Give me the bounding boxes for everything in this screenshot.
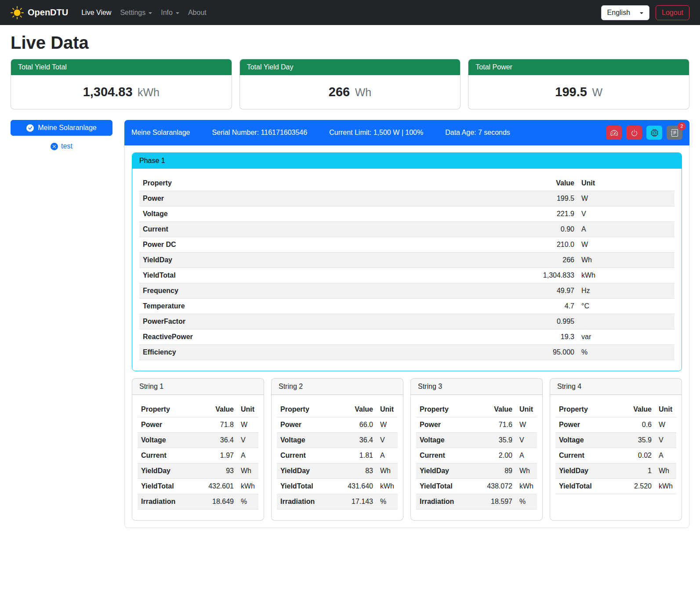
unit-cell: Wh: [237, 463, 258, 479]
value-column-header: Value: [402, 176, 578, 191]
unit-cell: %: [578, 345, 675, 360]
property-cell: YieldDay: [277, 463, 333, 479]
card-body: 266 Wh: [240, 75, 461, 109]
event-log-button[interactable]: 2: [667, 126, 682, 140]
brand-label: OpenDTU: [28, 7, 68, 18]
table-row: Power DC 210.0 W: [139, 237, 675, 253]
unit-cell: A: [516, 448, 537, 463]
table-row: YieldDay 89 Wh: [416, 463, 537, 479]
nav-settings[interactable]: Settings: [116, 5, 156, 20]
table-row: Current 1.97 A: [138, 448, 258, 463]
nav-about[interactable]: About: [184, 5, 211, 20]
value-cell: 35.9: [617, 433, 655, 448]
string-card-header: String 3: [411, 379, 542, 395]
string-card-header: String 2: [272, 379, 403, 395]
property-cell: Irradiation: [277, 494, 333, 510]
unit-cell: W: [655, 417, 676, 433]
value-cell: 221.9: [402, 206, 578, 222]
unit-cell: W: [377, 417, 398, 433]
navbar-right: English Logout: [601, 5, 689, 20]
string-card-body: Property Value Unit Power 71.6: [411, 395, 542, 520]
value-cell: 1,304.833: [402, 268, 578, 283]
string-4-card: String 4 Property Value Unit: [550, 378, 682, 521]
string-3-card: String 3 Property Value Unit: [410, 378, 543, 521]
total-power-card: Total Power 199.5 W: [468, 59, 689, 109]
unit-cell: %: [377, 494, 398, 510]
nav-live-view[interactable]: Live View: [77, 5, 116, 20]
string-4-table: Property Value Unit Power 0.6: [555, 402, 676, 494]
sun-icon: [11, 6, 24, 19]
unit-cell: V: [237, 433, 258, 448]
value-cell: 36.4: [193, 433, 237, 448]
journal-icon: [671, 129, 678, 137]
logout-button[interactable]: Logout: [656, 5, 689, 20]
brand[interactable]: OpenDTU: [11, 6, 68, 19]
inverter-serial: Serial Number: 116171603546: [212, 129, 307, 137]
sidebar-item-test[interactable]: test: [11, 142, 112, 150]
table-row: Power 71.6 W: [416, 417, 537, 433]
table-row: Power 199.5 W: [139, 191, 675, 206]
property-cell: Irradiation: [138, 494, 193, 510]
unit-cell: var: [578, 329, 675, 345]
property-cell: Current: [139, 222, 402, 237]
property-cell: Voltage: [416, 433, 472, 448]
unit-cell: %: [237, 494, 258, 510]
value-cell: 2.520: [617, 479, 655, 494]
language-select[interactable]: English: [601, 5, 649, 20]
power-icon: [631, 129, 638, 137]
value-cell: 35.9: [472, 433, 516, 448]
value-cell: 1.97: [193, 448, 237, 463]
unit-cell: W: [578, 237, 675, 253]
nav-info[interactable]: Info: [156, 5, 184, 20]
card-body: 1,304.83 kWh: [11, 75, 232, 109]
device-info-button[interactable]: [646, 126, 662, 140]
limit-settings-button[interactable]: [606, 126, 622, 140]
total-yield-day-card: Total Yield Day 266 Wh: [239, 59, 461, 109]
property-cell: YieldDay: [555, 463, 617, 479]
phase-card: Phase 1 Property Value Unit: [132, 152, 682, 371]
property-cell: Current: [416, 448, 472, 463]
property-cell: Efficiency: [139, 345, 402, 360]
string-1-card: String 1 Property Value Unit: [132, 378, 264, 521]
unit-cell: kWh: [655, 479, 676, 494]
phase-card-body: Property Value Unit Power 199.5 W: [132, 169, 682, 371]
table-row: Irradiation 17.143 %: [277, 494, 398, 510]
unit-column-header: Unit: [655, 402, 676, 417]
unit-cell: Wh: [578, 253, 675, 268]
table-row: YieldTotal 438.072 kWh: [416, 479, 537, 494]
check-circle-icon: [26, 124, 34, 132]
unit-cell: W: [516, 417, 537, 433]
card-header: Total Yield Total: [11, 59, 232, 75]
property-cell: PowerFactor: [139, 314, 402, 329]
unit-cell: °C: [578, 299, 675, 314]
unit-column-header: Unit: [516, 402, 537, 417]
table-row: Voltage 35.9 V: [416, 433, 537, 448]
total-power-value: 199.5: [555, 85, 587, 99]
table-row: Frequency 49.97 Hz: [139, 283, 675, 299]
table-row: YieldTotal 1,304.833 kWh: [139, 268, 675, 283]
language-select-value: English: [607, 9, 630, 17]
unit-cell: Wh: [516, 463, 537, 479]
unit-cell: Wh: [377, 463, 398, 479]
unit-column-header: Unit: [237, 402, 258, 417]
inverter-panel-body: Phase 1 Property Value Unit: [124, 145, 689, 528]
table-header-row: Property Value Unit: [555, 402, 676, 417]
table-row: ReactivePower 19.3 var: [139, 329, 675, 345]
inverter-panel: Meine Solaranlage Serial Number: 1161716…: [124, 120, 689, 528]
property-cell: Voltage: [555, 433, 617, 448]
unit-cell: Wh: [655, 463, 676, 479]
inverter-panel-header: Meine Solaranlage Serial Number: 1161716…: [124, 120, 689, 145]
string-2-table: Property Value Unit Power 66.0: [277, 402, 398, 510]
sidebar-item-inverter[interactable]: Meine Solaranlage: [11, 120, 112, 136]
sidebar-item-test-label: test: [61, 142, 73, 150]
value-cell: 1.81: [333, 448, 377, 463]
nav-settings-label: Settings: [120, 9, 145, 17]
property-cell: Power: [277, 417, 333, 433]
string-card-header: String 4: [550, 379, 682, 395]
property-cell: Irradiation: [416, 494, 472, 510]
total-yield-total-unit: kWh: [138, 86, 160, 98]
property-cell: YieldTotal: [416, 479, 472, 494]
unit-cell: [578, 314, 675, 329]
string-card-body: Property Value Unit Power 0.6: [550, 395, 682, 520]
power-settings-button[interactable]: [626, 126, 642, 140]
